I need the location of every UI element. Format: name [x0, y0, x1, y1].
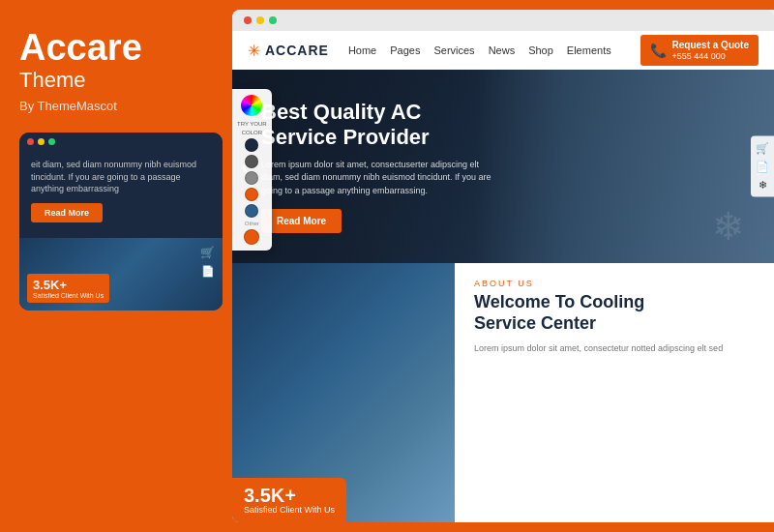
cart-icon: 🛒: [200, 246, 215, 259]
nav-services[interactable]: Services: [433, 44, 474, 56]
mobile-badge-number: 3.5K+: [33, 278, 104, 292]
mobile-bottom-image: 3.5K+ Satisfied Client With Us 🛒 📄: [19, 238, 223, 310]
mobile-body-text: eit diam, sed diam nonummy nibh euismod …: [31, 159, 211, 195]
nav-pages[interactable]: Pages: [390, 44, 420, 56]
color-label: COLOR: [242, 130, 262, 135]
about-text-block: ABOUT US Welcome To CoolingService Cente…: [455, 263, 774, 522]
brand-title: Accare: [19, 29, 142, 66]
color-swatch-selected[interactable]: [244, 229, 259, 245]
mobile-dot-green: [48, 138, 55, 145]
bottom-image-block: 3.5K+ Satisfied Client With Us: [232, 263, 455, 522]
about-title: Welcome To CoolingService Center: [474, 292, 755, 334]
sidebar-cart-icon[interactable]: 🛒: [754, 140, 771, 157]
hero-sidebar: 🛒 📄 ❄: [751, 136, 774, 197]
hero-section: ❮ ❯ TRY YOUR COLOR Other Best Quality AC…: [232, 70, 774, 263]
browser-dot-green: [269, 16, 277, 24]
color-picker-panel: TRY YOUR COLOR Other: [232, 89, 272, 251]
hero-read-more-button[interactable]: Read More: [261, 209, 342, 233]
mobile-badge-text: Satisfied Client With Us: [33, 292, 104, 299]
brand-by: By ThemeMascot: [19, 99, 117, 113]
about-badge-number: 3.5K+: [244, 486, 335, 505]
mobile-badge: 3.5K+ Satisfied Client With Us: [27, 274, 109, 303]
logo-text: ACCARE: [265, 43, 329, 58]
nav-cta-button[interactable]: 📞 Request a Quote +555 444 000: [640, 35, 759, 66]
nav-news[interactable]: News: [489, 44, 516, 56]
mobile-dots: [19, 133, 223, 151]
browser-window: ✳ ACCARE Home Pages Services News Shop E…: [232, 10, 774, 522]
nav-elements[interactable]: Elements: [567, 44, 611, 56]
hero-title: Best Quality ACService Provider: [261, 100, 501, 151]
mobile-content: eit diam, sed diam nonummy nibh euismod …: [19, 151, 223, 238]
bottom-section: 3.5K+ Satisfied Client With Us ABOUT US …: [232, 263, 774, 522]
nav-cta-text-block: Request a Quote +555 444 000: [672, 40, 749, 61]
about-badge-text: Satisfied Client With Us: [244, 505, 335, 515]
color-swatch-orange[interactable]: [245, 188, 258, 201]
color-swatch-gray[interactable]: [245, 155, 258, 168]
browser-dot-yellow: [256, 16, 264, 24]
color-swatch-blue[interactable]: [245, 204, 258, 218]
about-image: 3.5K+ Satisfied Client With Us: [232, 263, 455, 522]
left-panel: Accare Theme By ThemeMascot eit diam, se…: [0, 0, 232, 532]
nav-shop[interactable]: Shop: [528, 44, 553, 56]
about-badge: 3.5K+ Satisfied Client With Us: [232, 478, 346, 522]
mobile-dot-red: [27, 138, 34, 145]
try-your-label: TRY YOUR: [237, 121, 267, 127]
other-label: Other: [245, 221, 259, 226]
mobile-dot-yellow: [38, 138, 45, 145]
nav-cta-label: Request a Quote: [672, 40, 749, 51]
hero-content: Best Quality ACService Provider Lorem ip…: [232, 80, 530, 252]
browser-dot-red: [244, 16, 252, 24]
sidebar-doc-icon[interactable]: 📄: [754, 159, 771, 175]
nav-logo: ✳ ACCARE: [248, 42, 329, 60]
hero-description: Lorem ipsum dolor sit amet, consectusert…: [261, 159, 501, 198]
color-wheel[interactable]: [241, 95, 262, 116]
about-label: ABOUT US: [474, 279, 755, 288]
color-swatch-lightgray[interactable]: [245, 171, 258, 185]
browser-bar: [232, 10, 774, 31]
website-content: ✳ ACCARE Home Pages Services News Shop E…: [232, 31, 774, 522]
nav-cta-phone: +555 444 000: [672, 51, 749, 61]
nav-home[interactable]: Home: [348, 44, 376, 56]
phone-icon: 📞: [650, 43, 667, 58]
brand-subtitle: Theme: [19, 68, 85, 93]
logo-icon: ✳: [248, 42, 260, 60]
mobile-read-more-button[interactable]: Read More: [31, 203, 103, 222]
nav-links: Home Pages Services News Shop Elements: [348, 44, 640, 56]
mobile-preview: eit diam, sed diam nonummy nibh euismod …: [19, 133, 223, 310]
doc-icon: 📄: [201, 265, 215, 278]
navbar: ✳ ACCARE Home Pages Services News Shop E…: [232, 31, 774, 70]
snowflake-icon: ❄: [712, 204, 745, 249]
sidebar-snowflake-icon[interactable]: ❄: [754, 177, 771, 193]
color-swatch-dark[interactable]: [245, 138, 258, 152]
about-description: Lorem ipsum dolor sit amet, consectetur …: [474, 341, 755, 355]
